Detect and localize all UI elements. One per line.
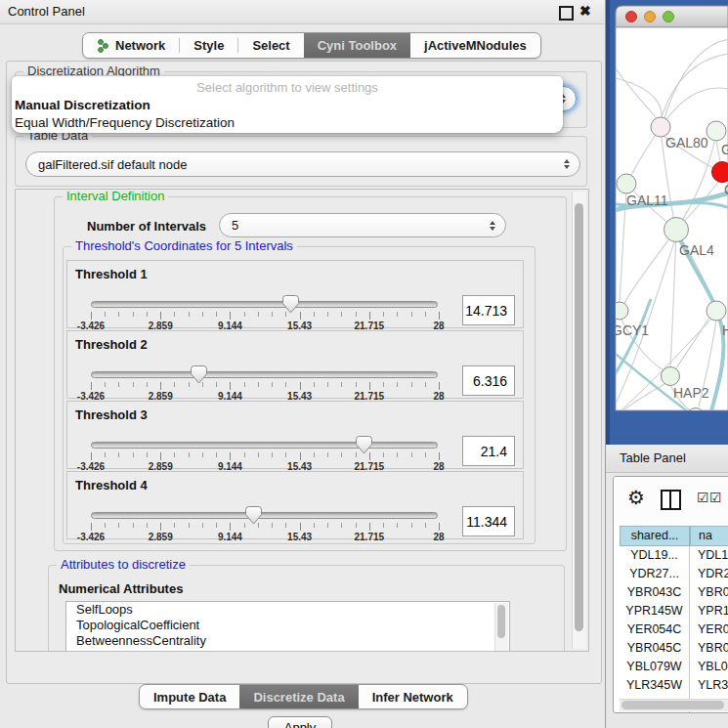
close-icon[interactable]: ✖ [579, 3, 591, 19]
panel-scrollbar[interactable] [572, 192, 586, 649]
tab-style[interactable]: Style [180, 33, 237, 58]
node-gal4[interactable] [664, 218, 689, 242]
mac-close-icon[interactable] [626, 12, 637, 22]
numerical-attributes-list[interactable]: SelfLoops TopologicalCoefficient Between… [65, 601, 510, 652]
column-header-name[interactable]: na [690, 526, 728, 546]
slider-ticks [91, 452, 439, 460]
tab-impute-data[interactable]: Impute Data [140, 685, 239, 708]
threshold-1-slider[interactable] [91, 301, 438, 308]
tab-cyni-toolbox[interactable]: Cyni Toolbox [304, 33, 410, 58]
list-scrollbar[interactable] [494, 603, 508, 651]
tab-jactivemodules[interactable]: jActiveMNodules [410, 33, 540, 58]
table-data-value: galFiltered.sif default node [38, 157, 187, 172]
mac-minimize-icon[interactable] [645, 12, 656, 22]
node-gal80[interactable] [651, 117, 670, 137]
table-horizontal-scrollbar[interactable] [620, 699, 728, 711]
table-row[interactable]: YBL079WYBL0 [620, 658, 728, 676]
threshold-1-box: Threshold 1 -3.4262.8599.14415.4321.7152… [66, 260, 524, 328]
float-window-icon[interactable] [559, 6, 574, 21]
scrollbar-thumb[interactable] [497, 605, 505, 638]
attributes-label: Attributes to discretize [57, 557, 190, 572]
screen: Control Panel ✖ Network Style Select Cyn… [0, 0, 728, 728]
checkbox-icon[interactable]: ☑ [709, 490, 722, 505]
mac-zoom-icon[interactable] [664, 12, 674, 22]
combo-stepper-icon [490, 221, 495, 231]
number-of-intervals-label: Number of Intervals [87, 219, 206, 234]
threshold-2-label: Threshold 2 [75, 337, 148, 352]
network-window[interactable]: GAL80 GA C GAL11 GAL4 GCY1 H HAP2 [606, 0, 728, 445]
dropdown-hint: Select algorithm to view settings [12, 76, 563, 97]
columns-icon[interactable] [661, 490, 681, 510]
thresholds-label: Threshold's Coordinates for 5 Intervals [71, 238, 297, 253]
node-ga[interactable] [707, 121, 726, 141]
apply-button[interactable]: Apply [268, 716, 332, 728]
node-selected-red[interactable] [712, 162, 728, 183]
threshold-2-box: Threshold 2 -3.4262.8599.14415.4321.7152… [66, 330, 524, 399]
threshold-4-slider[interactable] [91, 512, 438, 519]
tab-discretize-data[interactable]: Discretize Data [239, 685, 358, 708]
panel-title: Control Panel [8, 4, 85, 19]
number-of-intervals-value: 5 [232, 218, 238, 233]
tab-infer-network[interactable]: Infer Network [359, 685, 467, 708]
table-row[interactable]: YDL19...YDL1 [620, 546, 728, 565]
gear-icon[interactable]: ⚙ [627, 485, 645, 510]
node-table: ⚙ ☑ ☑ shared... na YDL19...YDL1 YDR27...… [613, 476, 728, 713]
scrollbar-thumb[interactable] [621, 701, 724, 709]
node-h[interactable] [707, 301, 726, 321]
tab-select[interactable]: Select [238, 33, 303, 58]
node-label-gcy1: GCY1 [612, 322, 649, 338]
column-header-shared-name[interactable]: shared... [620, 526, 690, 546]
threshold-1-value-field[interactable] [462, 295, 515, 325]
threshold-3-slider[interactable] [91, 442, 438, 449]
threshold-3-box: Threshold 3 -3.4262.8599.14415.4321.7152… [66, 401, 524, 469]
list-item[interactable]: BetweennessCentrality [66, 633, 509, 649]
node-gal11[interactable] [617, 174, 636, 193]
threshold-4-value-field[interactable] [462, 506, 515, 536]
table-row[interactable]: YBR045CYBR0 [620, 639, 728, 658]
slider-ticks [91, 382, 439, 390]
table-row[interactable]: YLR345WYLR3 [620, 676, 728, 695]
list-item[interactable]: TopologicalCoefficient [66, 618, 509, 633]
scrollbar-thumb[interactable] [575, 203, 583, 631]
dropdown-option-equal-width[interactable]: Equal Width/Frequency Discretization [12, 114, 563, 132]
table-data-combobox[interactable]: galFiltered.sif default node [25, 151, 580, 177]
tab-network[interactable]: Network [83, 33, 179, 58]
control-panel-tabbar: Network Style Select Cyni Toolbox jActiv… [82, 32, 541, 59]
slider-ticks [91, 312, 439, 320]
threshold-2-slider[interactable] [91, 371, 438, 378]
table-grid: shared... na YDL19...YDL1 YDR27...YDR2 Y… [620, 526, 728, 713]
table-toolbar: ⚙ ☑ ☑ [614, 477, 728, 526]
node-hap2[interactable] [662, 367, 680, 386]
threshold-3-value-field[interactable] [462, 436, 515, 466]
slider-tick-labels: -3.4262.8599.14415.4321.71528 [91, 532, 439, 542]
table-row[interactable]: YPR145WYPR1 [620, 602, 728, 621]
dropdown-option-manual[interactable]: Manual Discretization [12, 97, 563, 114]
list-item[interactable]: SelfLoops [66, 602, 509, 618]
interval-definition-fieldset: Interval Definition Number of Intervals … [54, 196, 567, 551]
cyni-toolbox-panel: Discretization Algorithm Table Data galF… [6, 61, 602, 684]
threshold-2-value-field[interactable] [462, 365, 515, 396]
tab-network-label: Network [115, 38, 165, 53]
threshold-1-label: Threshold 1 [75, 267, 148, 281]
thresholds-fieldset: Threshold's Coordinates for 5 Intervals … [63, 246, 535, 544]
node-label-gal11: GAL11 [626, 193, 668, 208]
settings-scrollpane: Interval Definition Number of Intervals … [15, 189, 589, 652]
table-row[interactable]: YER054CYER0 [620, 621, 728, 639]
algorithm-dropdown-popup: Select algorithm to view settings Manual… [12, 76, 563, 133]
number-of-intervals-combobox[interactable]: 5 [219, 213, 506, 237]
combo-stepper-icon [564, 159, 570, 169]
node-label-gal4: GAL4 [679, 242, 714, 258]
threshold-4-label: Threshold 4 [75, 478, 148, 492]
table-row[interactable]: YDR27...YDR2 [620, 565, 728, 583]
node-label-c: C [724, 182, 728, 197]
node-label-ga: GA [721, 142, 728, 157]
checkbox-icon[interactable]: ☑ [697, 490, 709, 505]
network-icon [97, 39, 109, 53]
control-panel-titlebar: Control Panel ✖ [0, 0, 606, 24]
cyni-mode-tabbar: Impute Data Discretize Data Infer Networ… [139, 684, 468, 709]
node-label-h: H [722, 322, 728, 338]
numerical-attributes-heading: Numerical Attributes [59, 581, 183, 596]
node-label-gal80: GAL80 [665, 135, 708, 150]
attributes-fieldset: Attributes to discretize Numerical Attri… [48, 565, 565, 652]
table-row[interactable]: YBR043CYBR0 [620, 583, 728, 602]
